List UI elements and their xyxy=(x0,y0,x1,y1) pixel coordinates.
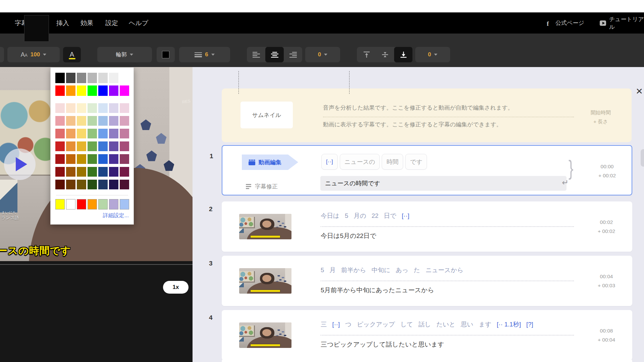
playback-speed-button[interactable]: 1x xyxy=(163,281,189,294)
active-menu-placeholder[interactable] xyxy=(24,15,49,41)
word[interactable]: 22 xyxy=(372,212,379,219)
color-swatch[interactable] xyxy=(77,116,86,126)
color-swatch[interactable] xyxy=(98,180,108,189)
subtitle-text[interactable]: 5月前半から中旬にあったニュースから xyxy=(321,286,434,295)
color-swatch[interactable] xyxy=(88,154,97,164)
subtitle-text-input[interactable] xyxy=(320,176,567,191)
color-swatch[interactable] xyxy=(55,129,65,138)
menu-effects[interactable]: 効果 xyxy=(80,12,93,34)
subtitle-row-1[interactable]: 1 動画編集 [··] ニュースの 時間 です 字幕修正 xyxy=(222,145,632,195)
word-chip[interactable]: ニュースの xyxy=(340,154,380,170)
color-swatch[interactable] xyxy=(88,167,97,177)
color-swatch[interactable] xyxy=(55,180,65,189)
letter-spacing-dropdown[interactable]: 0 xyxy=(305,47,340,62)
subtitle-row-3[interactable]: 3 5月前半から中旬にあったニュースから 5月前半から中旬にあったニュースから … xyxy=(222,256,632,306)
subtitle-text[interactable]: 今日は5月の22日で xyxy=(321,232,376,240)
outline-color-button[interactable] xyxy=(157,47,175,62)
official-page-link[interactable]: f 公式ページ xyxy=(547,12,584,34)
color-swatch[interactable] xyxy=(66,167,75,177)
color-swatch[interactable] xyxy=(120,154,129,164)
color-swatch[interactable] xyxy=(98,116,108,126)
pause-token[interactable]: [·· 1.1秒] xyxy=(497,321,521,328)
word[interactable]: ます xyxy=(479,321,491,328)
color-swatch[interactable] xyxy=(77,199,86,209)
menu-insert[interactable]: 挿入 xyxy=(56,12,69,34)
color-swatch[interactable] xyxy=(109,116,118,126)
valign-bottom-button[interactable] xyxy=(394,47,413,62)
color-swatch[interactable] xyxy=(55,167,65,177)
color-swatch[interactable] xyxy=(66,103,75,113)
color-swatch[interactable] xyxy=(66,85,75,96)
word[interactable]: 5 xyxy=(321,266,324,274)
subtitle-row-5[interactable] xyxy=(222,359,632,362)
color-swatch[interactable] xyxy=(77,180,86,189)
word[interactable]: 月 xyxy=(329,266,336,274)
color-swatch[interactable] xyxy=(109,154,118,164)
pause-chip[interactable]: [··] xyxy=(321,154,338,170)
pause-token[interactable]: [··] xyxy=(402,212,410,219)
color-swatch[interactable] xyxy=(55,116,65,126)
pause-token[interactable]: [··] xyxy=(332,321,340,328)
color-swatch[interactable] xyxy=(77,103,86,113)
color-swatch[interactable] xyxy=(66,199,75,209)
color-swatch[interactable] xyxy=(98,199,108,209)
subtitle-edit-tab[interactable]: 字幕修正 xyxy=(246,183,278,190)
color-swatch[interactable] xyxy=(98,103,108,113)
color-swatch[interactable] xyxy=(109,141,118,151)
subtitle-row-4[interactable]: 4 三[··]つピックアップして話したいと思います[·· 1.1秒][?] 三つ… xyxy=(222,310,632,360)
color-swatch[interactable] xyxy=(109,129,118,138)
row-thumbnail[interactable] xyxy=(239,214,291,239)
word[interactable]: あっ xyxy=(396,266,409,274)
row-thumbnail[interactable] xyxy=(239,322,291,348)
outline-dropdown[interactable]: 輪郭 xyxy=(97,47,152,62)
color-swatch[interactable] xyxy=(88,129,97,138)
word[interactable]: つ xyxy=(345,321,352,328)
color-swatch[interactable] xyxy=(88,85,97,96)
word[interactable]: 話し xyxy=(419,321,431,328)
color-swatch[interactable] xyxy=(88,73,97,83)
word[interactable]: 三 xyxy=(321,321,327,328)
color-swatch[interactable] xyxy=(120,85,129,96)
scroll-handle[interactable] xyxy=(641,149,644,167)
align-center-button[interactable] xyxy=(265,47,284,62)
color-swatch[interactable] xyxy=(66,116,75,126)
color-swatch[interactable] xyxy=(98,154,108,164)
align-left-button[interactable] xyxy=(247,47,265,62)
color-swatch[interactable] xyxy=(55,85,65,96)
word[interactable]: 前半から xyxy=(341,266,366,274)
color-swatch[interactable] xyxy=(120,103,129,113)
valign-middle-button[interactable] xyxy=(376,47,394,62)
align-right-button[interactable] xyxy=(284,47,302,62)
word[interactable]: 月の xyxy=(354,212,366,219)
word[interactable]: 日で xyxy=(384,212,396,219)
word[interactable]: して xyxy=(400,321,413,328)
color-swatch[interactable] xyxy=(55,154,65,164)
color-swatch[interactable] xyxy=(77,129,86,138)
color-swatch[interactable] xyxy=(109,85,118,96)
color-swatch[interactable] xyxy=(66,154,75,164)
color-swatch[interactable] xyxy=(77,154,86,164)
color-swatch[interactable] xyxy=(120,199,129,209)
color-swatch[interactable] xyxy=(66,73,75,83)
color-swatch[interactable] xyxy=(77,141,86,151)
color-swatch[interactable] xyxy=(66,129,75,138)
clipped-toolbar-button[interactable] xyxy=(0,47,4,62)
color-swatch[interactable] xyxy=(98,129,108,138)
color-swatch[interactable] xyxy=(109,180,118,189)
color-swatch[interactable] xyxy=(120,141,129,151)
color-swatch[interactable] xyxy=(120,116,129,126)
word[interactable]: ピックアップ xyxy=(357,321,395,328)
timeline-bar[interactable] xyxy=(0,264,193,265)
color-swatch[interactable] xyxy=(88,180,97,189)
color-swatch[interactable] xyxy=(109,103,118,113)
margin-dropdown[interactable]: 0 xyxy=(415,47,450,62)
close-icon[interactable]: × xyxy=(636,85,643,97)
color-swatch[interactable] xyxy=(77,85,86,96)
color-swatch[interactable] xyxy=(77,73,86,83)
menu-settings[interactable]: 設定 xyxy=(105,12,118,34)
color-swatch[interactable] xyxy=(109,167,118,177)
color-swatch[interactable] xyxy=(98,85,108,96)
color-swatch[interactable] xyxy=(120,129,129,138)
word[interactable]: ニュースから xyxy=(425,266,463,274)
color-swatch[interactable] xyxy=(55,199,65,209)
